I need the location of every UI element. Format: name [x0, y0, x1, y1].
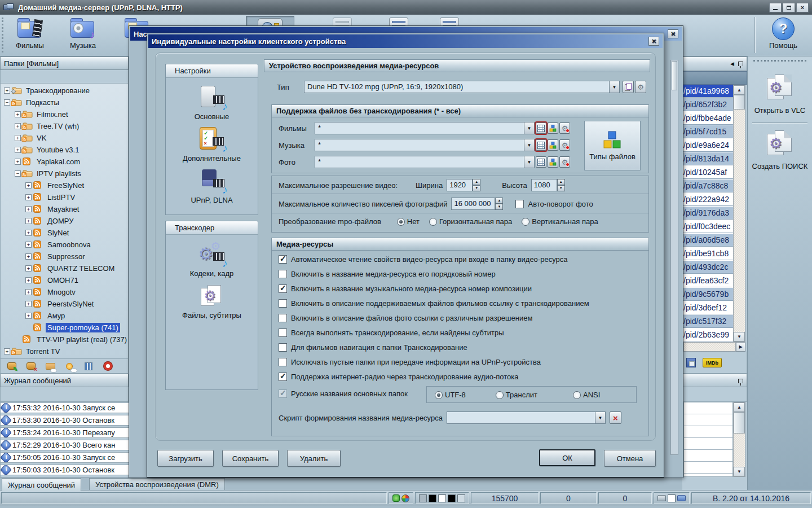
chevron-down-icon[interactable]: ▼ [524, 139, 534, 151]
scroll-down-icon[interactable]: ▼ [734, 467, 745, 476]
tree-item[interactable]: +Youtube v3.1 [1, 144, 128, 156]
pid-list-item[interactable]: /pid/493dc2c [683, 261, 733, 274]
mpo-radio-option[interactable]: Вертикальная пара [522, 217, 598, 226]
tree-expander-icon[interactable]: + [4, 87, 10, 94]
media-option-row[interactable]: Всегда выполнять транскодирование, если … [279, 329, 504, 337]
tree-expander-icon[interactable]: + [15, 123, 21, 129]
log-entry[interactable]: 17:53:30 2016-10-30 Остановк [1, 415, 129, 426]
tree-item[interactable]: TTV-VIP playlist (real) (737) [1, 334, 128, 345]
pid-list-item[interactable]: /pid/10245af [683, 166, 733, 179]
log-entry[interactable]: 17:53:24 2016-10-30 Перезапу [1, 427, 129, 438]
spin-down-icon[interactable]: ▼ [473, 185, 480, 191]
tree-item[interactable]: +Mayaknet [1, 203, 128, 215]
file-mask-combobox[interactable]: *▼ [315, 122, 535, 134]
tree-expander-icon[interactable]: + [25, 265, 32, 271]
pid-list-item[interactable]: /pid/f0c3deec [683, 220, 733, 233]
mpo-radio-option[interactable]: Горизонтальная пара [429, 217, 512, 226]
tree-expander-icon[interactable]: + [15, 111, 21, 117]
chevron-down-icon[interactable]: ▼ [524, 156, 534, 168]
pin-icon[interactable] [738, 62, 743, 66]
load-button[interactable]: Загрузить [157, 450, 214, 467]
tree-item[interactable]: +SlyNet [1, 227, 128, 239]
pid-list-item[interactable]: /pid/fea63cf2 [683, 274, 733, 287]
dmr-list-row[interactable] [684, 414, 732, 426]
checkbox-icon[interactable] [279, 314, 287, 322]
file-types-table-button[interactable] [536, 139, 546, 151]
tree-item[interactable]: Super-pomoyka (741) [1, 322, 128, 334]
imdb-icon[interactable]: IMDb [703, 358, 722, 367]
file-types-table-button[interactable] [536, 156, 546, 168]
dmr-list-row[interactable] [684, 426, 732, 438]
toolbar-button-music[interactable]: ♪ Музыка [59, 16, 107, 55]
media-option-row[interactable]: Для фильмов навигация с папки Транскодир… [279, 343, 467, 352]
log-entry[interactable]: 17:53:32 2016-10-30 Запуск се [1, 402, 129, 413]
lifebuoy-icon[interactable] [102, 361, 113, 371]
pid-list-item[interactable]: /pid/a06d5e8 [683, 234, 733, 247]
tree-expander-icon[interactable]: + [25, 230, 32, 236]
tree-item[interactable]: +Транскодирование [1, 85, 128, 97]
media-option-row[interactable]: Включить в описание поддерживаемых файло… [279, 299, 589, 308]
pid-list-item[interactable]: /pid/9176da3 [683, 207, 733, 220]
tree-expander-icon[interactable]: + [25, 301, 32, 307]
tree-item[interactable]: +Torrent TV [1, 345, 128, 357]
nav-item[interactable]: ♪UPnP, DLNA [191, 168, 232, 204]
clear-script-button[interactable]: × [610, 411, 621, 424]
tree-expander-icon[interactable]: − [4, 99, 10, 106]
maximize-button[interactable] [783, 3, 795, 12]
tree-expander-icon[interactable]: + [4, 348, 10, 354]
tree-item[interactable]: +Амур [1, 310, 128, 322]
pid-scrollbar-vertical[interactable]: ▲ ▼ [733, 85, 745, 342]
save-icon[interactable] [686, 358, 696, 367]
dialog-close-icon[interactable]: × [648, 37, 659, 46]
tab-log[interactable]: Журнал сообщений [2, 478, 81, 491]
tree-item[interactable]: +OMOH71 [1, 274, 128, 286]
checkbox-icon[interactable] [279, 255, 287, 264]
open-in-vlc-button[interactable]: ⚙ Открыть в VLC [751, 69, 809, 121]
scroll-up-icon[interactable]: ▲ [734, 402, 745, 412]
tree-item[interactable]: +Yaplakal.com [1, 156, 128, 168]
nav-item[interactable]: ♪Основные [195, 85, 230, 121]
scroll-up-icon[interactable]: ▲ [734, 85, 745, 95]
device-type-combobox[interactable]: Dune HD TV-102 mpg (UPnP, 16:9, 1920x108… [304, 81, 620, 93]
auto-rotate-checkbox[interactable] [515, 200, 524, 208]
log-entry[interactable]: 17:50:05 2016-10-30 Запуск се [1, 452, 129, 463]
pid-list-item[interactable]: /pid/be91cb8 [683, 247, 733, 260]
pid-list-item[interactable]: /pid/a7c88c8 [683, 179, 733, 192]
pid-list-item[interactable]: /pid/c517f32 [683, 315, 733, 328]
close-button[interactable]: × [796, 3, 809, 12]
encoding-radio-option[interactable]: Транслит [496, 391, 537, 399]
spin-down-icon[interactable]: ▼ [495, 204, 503, 210]
file-types-table-button[interactable] [536, 122, 546, 134]
encoding-radio-option[interactable]: UTF-8 [435, 391, 466, 399]
toolbar-button-help[interactable]: ? Помощь [759, 16, 807, 55]
settings-window-close-icon[interactable]: × [668, 29, 678, 38]
pid-list-item[interactable]: /pid/e9a6e24 [683, 139, 733, 152]
media-option-row[interactable]: Включить в описание файлов фото ссылки с… [279, 314, 532, 322]
device-settings-button[interactable]: ⚙ [635, 81, 646, 93]
create-search-button[interactable]: ⚙ Создать ПОИСК [751, 125, 809, 177]
tree-item[interactable]: +Filmix.net [1, 108, 128, 120]
nav-item[interactable]: ⚙Файлы, субтитры [182, 283, 241, 319]
checkbox-icon[interactable] [279, 270, 287, 278]
reset-mask-button[interactable]: ⚙ [559, 139, 570, 151]
checkbox-icon[interactable] [279, 358, 287, 366]
tree-item[interactable]: +Samoobnova [1, 239, 128, 251]
log-entry[interactable]: 17:50:03 2016-10-30 Остановк [1, 465, 129, 475]
chevron-down-icon[interactable]: ▼ [595, 412, 605, 423]
pid-list-item[interactable]: /pid/41a9968 [683, 85, 733, 98]
nav-item[interactable]: ⚙⚙♪Кодеки, кадр [190, 242, 234, 278]
checkbox-icon[interactable] [279, 329, 287, 337]
tree-expander-icon[interactable]: + [25, 277, 32, 283]
reset-mask-button[interactable]: ⚙ [559, 122, 570, 134]
dmr-scrollbar-vertical[interactable]: ▲ ▼ [733, 402, 745, 477]
settings-window-scrollbar[interactable] [670, 60, 678, 455]
scroll-thumb[interactable] [734, 95, 745, 110]
media-option-row[interactable]: Включить в название музыкального медиа-р… [279, 284, 532, 293]
log-entry[interactable]: 17:52:29 2016-10-30 Всего кан [1, 440, 129, 450]
spin-up-icon[interactable]: ▲ [495, 198, 503, 204]
tab-dmr-devices[interactable]: Устройства воспроизведения (DMR) [89, 478, 225, 491]
media-option-row[interactable]: Включить в название медиа-ресурса его по… [279, 270, 496, 278]
script-combobox[interactable]: ▼ [447, 411, 606, 424]
mpo-radio-option[interactable]: Нет [397, 217, 420, 226]
tree-item[interactable]: +Tree.TV (wh) [1, 120, 128, 132]
